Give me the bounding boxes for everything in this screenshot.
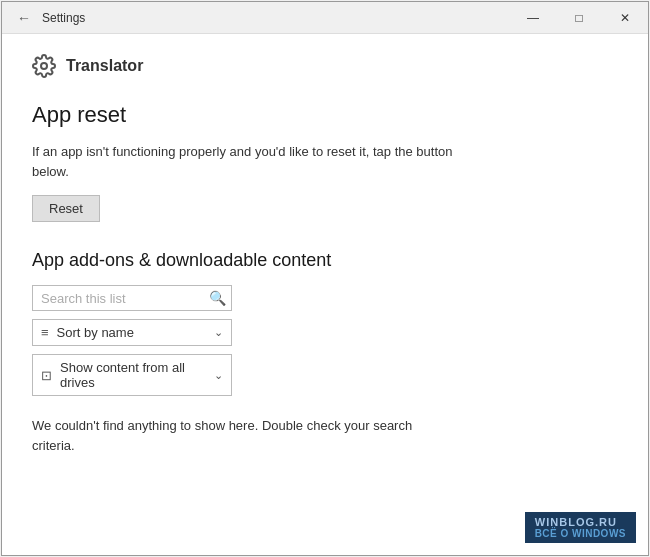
sort-chevron-icon: ⌄ [214,326,223,339]
watermark: WINBLOG.RU ВСЁ О WINDOWS [525,512,636,543]
search-icon: 🔍 [209,290,226,306]
drives-label: Show content from all drives [60,360,214,390]
main-content: Translator App reset If an app isn't fun… [2,34,648,555]
sort-icon: ≡ [41,325,49,340]
maximize-button[interactable]: □ [556,2,602,34]
app-reset-description: If an app isn't functioning properly and… [32,142,492,181]
gear-icon [32,54,56,78]
app-name: Translator [66,57,143,75]
drives-chevron-icon: ⌄ [214,369,223,382]
watermark-subtext: ВСЁ О WINDOWS [535,528,626,539]
content-area: Translator App reset If an app isn't fun… [2,34,648,555]
drives-icon: ⊡ [41,368,52,383]
empty-message: We couldn't find anything to show here. … [32,416,432,455]
window-controls: — □ ✕ [510,2,648,33]
app-reset-title: App reset [32,102,618,128]
app-header: Translator [32,54,618,78]
window-title: Settings [42,11,85,25]
minimize-button[interactable]: — [510,2,556,34]
close-button[interactable]: ✕ [602,2,648,34]
sort-label: Sort by name [57,325,134,340]
search-input[interactable] [41,291,209,306]
search-box[interactable]: 🔍 [32,285,232,311]
svg-point-0 [41,63,47,69]
reset-button[interactable]: Reset [32,195,100,222]
watermark-text: WINBLOG.RU [535,516,626,528]
title-bar: ← Settings — □ ✕ [2,2,648,34]
sort-dropdown[interactable]: ≡ Sort by name ⌄ [32,319,232,346]
drives-dropdown[interactable]: ⊡ Show content from all drives ⌄ [32,354,232,396]
addons-title: App add-ons & downloadable content [32,250,618,271]
back-button[interactable]: ← [14,8,34,28]
